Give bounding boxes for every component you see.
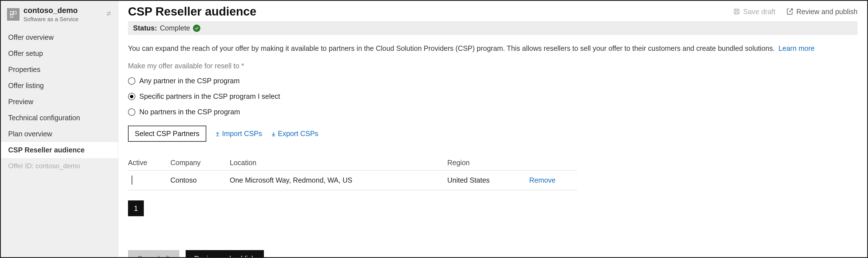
review-publish-header[interactable]: Review and publish	[786, 8, 858, 16]
status-label: Status:	[133, 24, 157, 32]
nav-offer-overview[interactable]: Offer overview	[1, 29, 118, 45]
csp-table: Active Company Location Region Contoso O…	[128, 159, 577, 190]
radio-specific-partners[interactable]: Specific partners in the CSP program I s…	[128, 92, 858, 100]
svg-rect-1	[13, 11, 16, 14]
resell-field-label: Make my offer available for resell to *	[128, 62, 858, 70]
svg-rect-4	[736, 12, 738, 14]
radio-icon	[128, 108, 135, 116]
nav-properties[interactable]: Properties	[1, 62, 118, 77]
save-draft-button[interactable]: Save draft	[128, 250, 179, 257]
offer-subtitle: Software as a Service	[24, 16, 102, 23]
page-1-button[interactable]: 1	[128, 200, 144, 216]
row-location: One Microsoft Way, Redmond, WA, US	[230, 176, 447, 184]
resell-radio-group: Any partner in the CSP program Specific …	[128, 77, 858, 116]
sidebar-nav: Offer overview Offer setup Properties Of…	[1, 29, 118, 174]
status-value: Complete	[160, 24, 190, 32]
table-row: Contoso One Microsoft Way, Redmond, WA, …	[128, 170, 577, 190]
row-company: Contoso	[170, 176, 230, 184]
status-check-icon	[193, 25, 200, 32]
header-actions: Save draft Review and publish	[733, 8, 858, 16]
row-remove-link[interactable]: Remove	[529, 176, 580, 184]
offer-header: contoso_demo Software as a Service	[1, 1, 118, 29]
learn-more-link[interactable]: Learn more	[778, 44, 815, 52]
review-publish-button[interactable]: Review and publish	[186, 250, 264, 257]
nav-technical-configuration[interactable]: Technical configuration	[1, 110, 118, 126]
svg-rect-3	[734, 9, 739, 14]
import-csps-link[interactable]: Import CSPs	[215, 130, 262, 138]
svg-rect-0	[10, 11, 13, 14]
row-active-checkbox[interactable]	[131, 175, 132, 185]
radio-icon	[128, 93, 135, 100]
th-active: Active	[128, 159, 170, 167]
swap-icon[interactable]	[106, 10, 112, 18]
review-publish-header-label: Review and publish	[796, 8, 858, 16]
offer-type-icon	[7, 8, 20, 21]
radio-any-partner-label: Any partner in the CSP program	[139, 77, 240, 85]
export-csps-label: Export CSPs	[278, 130, 318, 138]
radio-no-partners[interactable]: No partners in the CSP program	[128, 108, 858, 116]
radio-icon	[128, 77, 135, 85]
radio-specific-partners-label: Specific partners in the CSP program I s…	[139, 92, 280, 100]
import-csps-label: Import CSPs	[222, 130, 262, 138]
nav-preview[interactable]: Preview	[1, 94, 118, 110]
nav-offer-listing[interactable]: Offer listing	[1, 77, 118, 94]
main-content: CSP Reseller audience Save draft Review …	[118, 1, 867, 257]
page-header-row: CSP Reseller audience Save draft Review …	[128, 1, 858, 21]
save-draft-header-label: Save draft	[743, 8, 775, 16]
row-region: United States	[447, 176, 529, 184]
radio-no-partners-label: No partners in the CSP program	[139, 108, 240, 116]
offer-name: contoso_demo	[24, 6, 102, 15]
pager: 1	[128, 200, 858, 216]
table-header: Active Company Location Region	[128, 159, 577, 170]
page-title: CSP Reseller audience	[128, 5, 256, 18]
offer-id-label: Offer ID: contoso_demo	[1, 158, 118, 174]
nav-plan-overview[interactable]: Plan overview	[1, 126, 118, 142]
radio-any-partner[interactable]: Any partner in the CSP program	[128, 77, 858, 85]
nav-offer-setup[interactable]: Offer setup	[1, 45, 118, 62]
nav-csp-reseller-audience[interactable]: CSP Reseller audience	[1, 142, 118, 158]
status-bar: Status: Complete	[128, 21, 858, 35]
th-location: Location	[230, 159, 447, 167]
export-csps-link[interactable]: Export CSPs	[271, 130, 318, 138]
save-draft-header[interactable]: Save draft	[733, 8, 775, 16]
footer-actions: Save draft Review and publish	[128, 250, 858, 257]
th-company: Company	[170, 159, 230, 167]
th-region: Region	[447, 159, 529, 167]
csp-action-row: Select CSP Partners Import CSPs Export C…	[128, 126, 858, 142]
svg-rect-2	[10, 15, 13, 17]
description-text: You can expand the reach of your offer b…	[128, 44, 775, 52]
description: You can expand the reach of your offer b…	[128, 43, 858, 53]
select-csp-partners-button[interactable]: Select CSP Partners	[128, 126, 206, 142]
sidebar: contoso_demo Software as a Service Offer…	[1, 1, 118, 257]
